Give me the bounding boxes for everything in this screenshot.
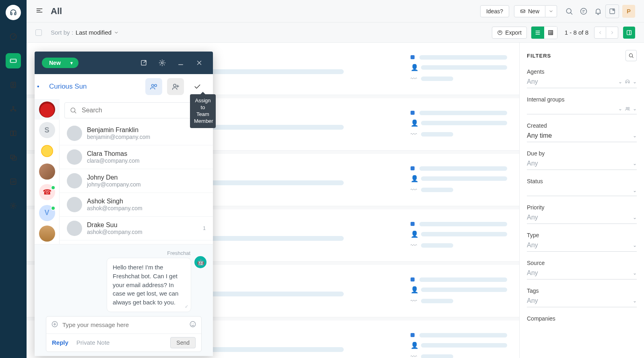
ideas-button[interactable]: Ideas? — [480, 5, 509, 17]
filters-panel: FILTERS AgentsAny⌄⌄ Internal groups⌄⌄ Cr… — [519, 43, 644, 358]
toggle-filters[interactable] — [623, 27, 635, 39]
svg-rect-11 — [521, 10, 525, 12]
svg-point-10 — [12, 205, 14, 207]
filter-tags-label: Tags — [527, 288, 637, 294]
conv-item[interactable]: V — [35, 203, 60, 223]
filter-groups-label: Internal groups — [527, 96, 637, 103]
tab-reply[interactable]: Reply — [52, 339, 68, 346]
assign-group-icon[interactable] — [145, 78, 162, 95]
settings-icon[interactable] — [156, 56, 169, 69]
filter-created[interactable]: Any time⌄ — [527, 130, 637, 142]
filter-agents[interactable]: Any⌄⌄ — [527, 77, 637, 88]
filter-source[interactable]: Any⌄ — [527, 268, 637, 279]
attach-icon[interactable] — [51, 321, 58, 329]
bot-message: Hello there! I'm the Freshchat bot. Can … — [107, 258, 191, 312]
table-view[interactable] — [544, 27, 557, 39]
page-info: 1 - 8 of 8 — [565, 29, 588, 36]
filter-tags[interactable]: Any⌄ — [527, 296, 637, 307]
filter-type-label: Type — [527, 232, 637, 238]
nav-reports[interactable] — [6, 174, 21, 189]
filter-type[interactable]: Any⌄ — [527, 240, 637, 252]
avatar-icon — [39, 143, 55, 159]
nav-tickets[interactable] — [6, 53, 21, 68]
new-button[interactable]: New — [514, 5, 545, 17]
message-area: Freshchat Hello there! I'm the Freshchat… — [35, 244, 213, 356]
person-row[interactable]: Ashok Singhashok@company.com — [60, 193, 213, 217]
filter-groups[interactable]: ⌄⌄ — [527, 104, 637, 114]
filter-due-label: Due by — [527, 150, 637, 157]
new-dropdown[interactable] — [545, 5, 557, 17]
close-icon[interactable] — [193, 56, 206, 69]
conv-item[interactable] — [35, 99, 60, 120]
filters-search-icon[interactable] — [625, 50, 637, 61]
list-toolbar: Sort by : Last modified Export 1 - 8 of … — [27, 23, 644, 43]
apps-icon[interactable] — [605, 4, 619, 18]
new-button-label: New — [528, 8, 539, 14]
notifications-icon[interactable] — [591, 4, 605, 19]
user-avatar[interactable]: P — [622, 5, 635, 18]
sort-by-label: Sort by : — [51, 29, 73, 36]
person-avatar-icon — [67, 197, 82, 212]
pager — [594, 27, 618, 39]
svg-point-28 — [190, 321, 196, 327]
next-page[interactable] — [606, 27, 618, 39]
nav-forums[interactable] — [6, 150, 21, 165]
chat-widget: New • Curious Sun Assign to Team Member … — [35, 52, 213, 356]
emoji-icon[interactable] — [189, 321, 196, 329]
person-avatar-icon — [67, 221, 82, 236]
tab-private-note[interactable]: Private Note — [76, 339, 110, 346]
top-bar: All Ideas? New P — [27, 0, 644, 23]
conversation-status-dropdown[interactable]: New — [42, 58, 78, 68]
assign-member-icon[interactable] — [167, 78, 184, 95]
filter-status[interactable]: ⌄ — [527, 186, 637, 196]
contact-name[interactable]: Curious Sun — [49, 83, 140, 91]
avatar-icon — [39, 163, 55, 180]
conv-item[interactable] — [35, 161, 60, 182]
svg-point-22 — [161, 62, 163, 64]
nav-contacts[interactable] — [6, 77, 21, 93]
conv-item[interactable]: ☎ — [35, 182, 60, 203]
resolve-icon[interactable] — [189, 83, 206, 91]
chat-subheader: • Curious Sun Assign to Team Member — [35, 74, 213, 99]
filter-priority-label: Priority — [527, 204, 637, 211]
svg-rect-17 — [627, 30, 632, 35]
export-button[interactable]: Export — [492, 27, 526, 39]
person-avatar-icon — [67, 126, 82, 141]
sort-by-dropdown[interactable]: Last modified — [76, 29, 119, 36]
left-nav-rail — [0, 0, 27, 358]
conv-item[interactable] — [35, 141, 60, 161]
svg-rect-16 — [548, 30, 553, 35]
chat-icon[interactable] — [576, 4, 591, 19]
person-row[interactable]: Johny Denjohny@company.com — [60, 169, 213, 193]
bot-name: Freshchat — [41, 250, 190, 256]
prev-page[interactable] — [594, 27, 606, 39]
menu-toggle[interactable] — [35, 6, 43, 16]
svg-point-25 — [173, 84, 176, 87]
nav-settings[interactable] — [6, 198, 21, 213]
conv-item[interactable]: S — [35, 120, 60, 140]
conv-item[interactable] — [35, 223, 60, 244]
nav-solutions[interactable] — [6, 126, 21, 141]
avatar-icon — [39, 101, 55, 118]
person-row[interactable]: Drake Suuashok@company.com1 — [60, 217, 213, 240]
select-all-checkbox[interactable] — [35, 29, 42, 36]
person-row[interactable]: Clara Thomasclara@company.com — [60, 145, 213, 169]
svg-point-23 — [152, 85, 154, 87]
message-input[interactable] — [62, 321, 185, 328]
send-button[interactable]: Send — [170, 337, 196, 348]
svg-point-13 — [581, 8, 587, 14]
filter-due[interactable]: Any⌄ — [527, 158, 637, 170]
nav-dashboard[interactable] — [6, 29, 21, 44]
bot-avatar-icon: 🤖 — [194, 256, 206, 268]
popout-icon[interactable] — [137, 56, 150, 69]
search-icon[interactable] — [562, 4, 576, 19]
minimize-icon[interactable] — [174, 56, 187, 69]
nav-automation[interactable] — [6, 101, 21, 117]
people-search-input[interactable] — [82, 107, 203, 114]
filter-status-label: Status — [527, 178, 637, 184]
composer: Reply Private Note Send — [46, 316, 202, 352]
filter-priority[interactable]: Any⌄ — [527, 212, 637, 224]
svg-point-3 — [12, 83, 14, 85]
person-avatar-icon — [67, 173, 82, 188]
card-view[interactable] — [531, 27, 544, 39]
